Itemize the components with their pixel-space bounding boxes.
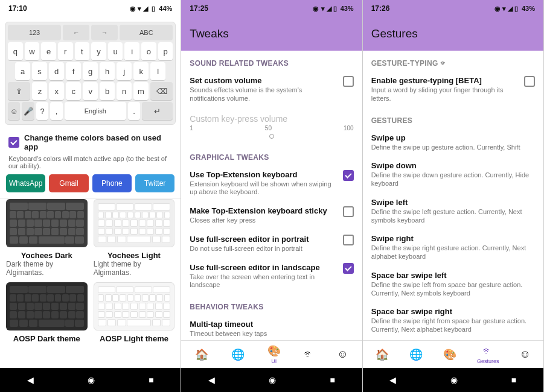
theme-match-setting[interactable]: Change theme colors based on used app bbox=[0, 130, 181, 155]
key-s[interactable]: s bbox=[32, 62, 47, 80]
keyboard-preview: 123 ← → ABC q w e r t y u i o p a s d bbox=[5, 22, 176, 125]
checkbox-icon[interactable] bbox=[343, 235, 354, 245]
key-backspace[interactable]: ⌫ bbox=[150, 82, 173, 100]
enable-gesture-typing[interactable]: Enable gesture-typing [BETA]Input a word… bbox=[363, 71, 543, 108]
key-e[interactable]: e bbox=[41, 42, 56, 60]
content[interactable]: GESTURE-TYPING ᯤ Enable gesture-typing [… bbox=[363, 51, 543, 340]
tab-globe[interactable]: 🌐 bbox=[409, 348, 423, 361]
tab-ui[interactable]: 🎨 bbox=[443, 348, 456, 361]
key-comma[interactable]: , bbox=[50, 102, 62, 120]
nav-recent-icon[interactable]: ■ bbox=[511, 375, 516, 385]
key-h[interactable]: h bbox=[100, 62, 115, 80]
tab-home[interactable]: 🏠 bbox=[195, 348, 208, 361]
key-question[interactable]: ? bbox=[36, 102, 48, 120]
spacebar-swipe-right-setting[interactable]: Space bar swipe rightDefine the swipe ri… bbox=[363, 302, 543, 339]
tab-emoji[interactable]: ☺ bbox=[337, 348, 348, 361]
key-g[interactable]: g bbox=[83, 62, 98, 80]
key-t[interactable]: t bbox=[75, 42, 90, 60]
key-q[interactable]: q bbox=[8, 42, 23, 60]
tab-emoji[interactable]: ☺ bbox=[520, 348, 531, 361]
key-a[interactable]: a bbox=[15, 62, 30, 80]
checkbox-icon[interactable] bbox=[343, 76, 354, 87]
key-v[interactable]: v bbox=[83, 82, 98, 100]
checkbox-checked-icon[interactable] bbox=[343, 263, 354, 274]
pill-twitter[interactable]: Twitter bbox=[135, 174, 174, 192]
pill-phone[interactable]: Phone bbox=[92, 174, 132, 192]
nav-home-icon[interactable]: ◉ bbox=[269, 375, 276, 385]
key-y[interactable]: y bbox=[91, 42, 106, 60]
bottom-tabs: 🏠 🌐 🎨UI ᯤ ☺ bbox=[181, 340, 362, 368]
sticky-setting[interactable]: Make Top-Extension keyboard stickyCloses… bbox=[181, 201, 362, 230]
key-j[interactable]: j bbox=[117, 62, 132, 80]
key-k[interactable]: k bbox=[133, 62, 149, 80]
nav-home-icon[interactable]: ◉ bbox=[88, 375, 95, 385]
theme-aosp-dark[interactable]: AOSP Dark theme bbox=[6, 282, 88, 343]
pill-whatsapp[interactable]: WhatsApp bbox=[6, 174, 45, 192]
nav-back-icon[interactable]: ◀ bbox=[389, 375, 396, 385]
screen-theme: 17:10 ◉ ▾ ◢ ▯44% 123 ← → ABC q w e r t y… bbox=[0, 0, 181, 392]
pill-gmail[interactable]: Gmail bbox=[49, 174, 88, 192]
screen-gestures: 17:26 ◉ ▾ ◢ ▯43% Gestures GESTURE-TYPING… bbox=[363, 0, 544, 392]
key-f[interactable]: f bbox=[66, 62, 81, 80]
screen-tweaks: 17:25 ◉ ▾ ◢ ▯43% Tweaks SOUND RELATED TW… bbox=[181, 0, 362, 392]
themes-row-1: Yochees Dark Dark theme by Algimantas. ✓… bbox=[0, 199, 181, 277]
key-u[interactable]: u bbox=[108, 42, 123, 60]
checkbox-checked-icon[interactable] bbox=[8, 137, 19, 148]
theme-yochees-light[interactable]: ✓ Yochees Light Light theme by Algimanta… bbox=[94, 199, 175, 277]
page-header: Tweaks bbox=[181, 17, 362, 51]
swipe-down-setting[interactable]: Swipe downDefine the swipe down gesture … bbox=[363, 156, 543, 193]
nav-back-icon[interactable]: ◀ bbox=[208, 375, 215, 385]
section-behavior: BEHAVIOR TWEAKS bbox=[181, 294, 362, 315]
key-i[interactable]: i bbox=[124, 42, 139, 60]
theme-yochees-dark[interactable]: Yochees Dark Dark theme by Algimantas. bbox=[6, 199, 88, 277]
checkbox-icon[interactable] bbox=[343, 206, 354, 217]
nav-recent-icon[interactable]: ■ bbox=[330, 375, 335, 385]
multitap-setting[interactable]: Multi-tap timeoutTimeout between key tap… bbox=[181, 315, 362, 340]
checkbox-checked-icon[interactable] bbox=[343, 170, 354, 181]
key-r[interactable]: r bbox=[58, 42, 73, 60]
key-x[interactable]: x bbox=[49, 82, 64, 100]
key-d[interactable]: d bbox=[49, 62, 64, 80]
content[interactable]: SOUND RELATED TWEAKS Set custom volumeSo… bbox=[181, 51, 362, 340]
key-z[interactable]: z bbox=[32, 82, 47, 100]
theme-aosp-light[interactable]: AOSP Light theme bbox=[94, 282, 175, 343]
key-shift[interactable]: ⇧ bbox=[8, 82, 30, 100]
spacebar-swipe-left-setting[interactable]: Space bar swipe leftDefine the swipe lef… bbox=[363, 266, 543, 303]
key-emoji[interactable]: ☺ bbox=[8, 102, 20, 120]
top-extension-setting[interactable]: Use Top-Extension keyboardExtension keyb… bbox=[181, 165, 362, 202]
set-custom-volume[interactable]: Set custom volumeSounds effects volume i… bbox=[181, 71, 362, 108]
nav-back-icon[interactable]: ◀ bbox=[27, 375, 34, 385]
key-n[interactable]: n bbox=[117, 82, 132, 100]
key-b[interactable]: b bbox=[100, 82, 115, 100]
swipe-up-setting[interactable]: Swipe upDefine the swipe up gesture acti… bbox=[363, 128, 543, 157]
key-w[interactable]: w bbox=[25, 42, 40, 60]
fullscreen-portrait-setting[interactable]: Use full-screen editor in portraitDo not… bbox=[181, 230, 362, 258]
key-123[interactable]: 123 bbox=[8, 25, 61, 40]
swipe-right-setting[interactable]: Swipe rightDefine the swipe right gestur… bbox=[363, 229, 543, 266]
key-space[interactable]: English bbox=[65, 102, 126, 120]
tab-ui[interactable]: 🎨UI bbox=[267, 344, 281, 364]
tab-gestures[interactable]: ᯤ bbox=[304, 348, 315, 361]
nav-recent-icon[interactable]: ■ bbox=[149, 375, 153, 385]
nav-home-icon[interactable]: ◉ bbox=[450, 375, 458, 385]
key-c[interactable]: c bbox=[66, 82, 81, 100]
key-p[interactable]: p bbox=[158, 42, 173, 60]
tab-gestures[interactable]: ᯤGestures bbox=[477, 345, 499, 364]
key-mic[interactable]: 🎤 bbox=[22, 102, 34, 120]
fullscreen-landscape-setting[interactable]: Use full-screen editor in landscapeTake … bbox=[181, 258, 362, 295]
tab-home[interactable]: 🏠 bbox=[376, 348, 389, 361]
section-graphical: GRAPHICAL TWEAKS bbox=[181, 145, 362, 165]
key-period[interactable]: . bbox=[128, 102, 140, 120]
key-l[interactable]: l bbox=[150, 62, 165, 80]
key-right-arrow[interactable]: → bbox=[91, 25, 118, 40]
tab-globe[interactable]: 🌐 bbox=[231, 348, 245, 361]
status-time: 17:26 bbox=[371, 4, 390, 13]
swipe-left-setting[interactable]: Swipe leftDefine the swipe left gesture … bbox=[363, 193, 543, 230]
key-left-arrow[interactable]: ← bbox=[63, 25, 89, 40]
key-m[interactable]: m bbox=[133, 82, 149, 100]
key-abc[interactable]: ABC bbox=[120, 25, 173, 40]
slider-thumb[interactable] bbox=[269, 134, 274, 139]
key-o[interactable]: o bbox=[141, 42, 156, 60]
key-enter[interactable]: ↵ bbox=[142, 102, 173, 120]
checkbox-icon[interactable] bbox=[524, 76, 535, 87]
